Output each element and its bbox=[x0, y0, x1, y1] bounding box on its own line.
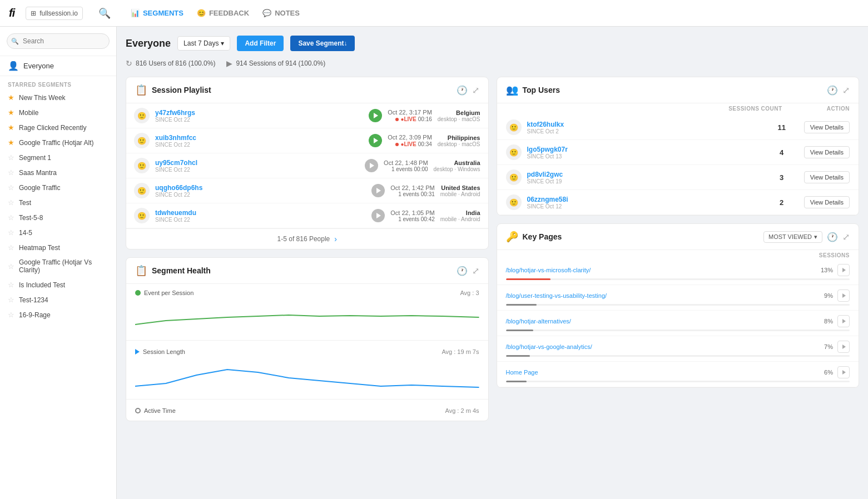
view-details-button[interactable]: View Details bbox=[804, 146, 850, 158]
star-icon: ★ bbox=[8, 93, 14, 102]
user-info: ktof26hulkx SINCE Oct 2 bbox=[527, 121, 760, 134]
play-button[interactable] bbox=[365, 159, 378, 172]
segment-health-card: 📋 Segment Health 🕐 ⤢ E bbox=[126, 257, 489, 421]
filter-everyone-label: Everyone bbox=[126, 38, 171, 49]
chevron-down-icon: ▾ bbox=[814, 233, 817, 241]
nav-links: 📊 SEGMENTS 😊 FEEDBACK 💬 NOTES bbox=[131, 9, 300, 17]
chart-label-left: Session Length bbox=[135, 348, 185, 355]
users-stat: ↻ 816 Users of 816 (100.0%) bbox=[126, 59, 215, 68]
top-users-header: 👥 Top Users 🕐 ⤢ bbox=[497, 77, 859, 103]
sidebar-item-google-hotjar[interactable]: ★ Google Traffic (Hotjar Alt) bbox=[0, 135, 116, 150]
page-row: Home Page 6% bbox=[497, 362, 859, 387]
dashboard-grid: 📋 Session Playlist 🕐 ⤢ 🙂 y47zfw6hrgs bbox=[126, 77, 859, 421]
avatar: 🙂 bbox=[506, 169, 522, 185]
feedback-icon: 😊 bbox=[197, 9, 206, 17]
page-play-button[interactable] bbox=[837, 264, 850, 276]
sidebar-item-google-clarity[interactable]: ☆ Google Traffic (Hotjar Vs Clarity) bbox=[0, 255, 116, 277]
sidebar-item-segment1[interactable]: ☆ Segment 1 bbox=[0, 150, 116, 165]
app-logo: fi bbox=[9, 7, 14, 19]
star-icon: ☆ bbox=[8, 243, 14, 252]
sidebar-item-rage-clicked[interactable]: ★ Rage Clicked Recently bbox=[0, 120, 116, 135]
card-actions: 🕐 ⤢ bbox=[457, 85, 479, 96]
session-meta: Oct 22, 3:09 PM ●LIVE 00:34 bbox=[388, 134, 431, 147]
view-details-button[interactable]: View Details bbox=[804, 121, 850, 133]
session-info: uy95cm7ohcl SINCE Oct 22 bbox=[155, 159, 359, 173]
sidebar-item-saas-mantra[interactable]: ☆ Saas Mantra bbox=[0, 165, 116, 180]
play-button[interactable] bbox=[369, 109, 382, 122]
session-meta: Oct 22, 3:17 PM ●LIVE 00:16 bbox=[388, 109, 431, 122]
filter-bar: Everyone Last 7 Days ▾ Add Filter Save S… bbox=[126, 36, 859, 51]
everyone-row[interactable]: 👤 Everyone bbox=[0, 56, 116, 76]
sidebar-item-is-included[interactable]: ☆ Is Included Test bbox=[0, 277, 116, 292]
view-details-button[interactable]: View Details bbox=[804, 196, 850, 208]
most-viewed-dropdown[interactable]: MOST VIEWED ▾ bbox=[763, 231, 822, 243]
play-button[interactable] bbox=[371, 209, 385, 222]
sidebar-item-new-this-week[interactable]: ★ New This Week bbox=[0, 90, 116, 105]
page-play-button[interactable] bbox=[837, 315, 850, 327]
star-icon: ☆ bbox=[8, 213, 14, 222]
play-button[interactable] bbox=[371, 184, 385, 197]
nav-notes[interactable]: 💬 NOTES bbox=[262, 9, 300, 17]
sidebar-item-mobile[interactable]: ★ Mobile bbox=[0, 105, 116, 120]
view-details-button[interactable]: View Details bbox=[804, 171, 850, 183]
search-input[interactable] bbox=[7, 33, 110, 49]
add-filter-button[interactable]: Add Filter bbox=[237, 36, 284, 51]
date-range-dropdown[interactable]: Last 7 Days ▾ bbox=[177, 36, 230, 51]
expand-icon[interactable]: ⤢ bbox=[472, 266, 479, 276]
session-row: 🙂 tdwheuemdu SINCE Oct 22 Oct 22, 1:05 P… bbox=[126, 203, 488, 228]
pagination-next-button[interactable]: › bbox=[334, 234, 337, 243]
star-icon: ☆ bbox=[8, 281, 14, 289]
avatar: 🙂 bbox=[506, 194, 522, 210]
session-row: 🙂 uy95cm7ohcl SINCE Oct 22 Oct 22, 1:48 … bbox=[126, 153, 488, 178]
green-dot bbox=[135, 290, 141, 296]
sidebar-item-16-9-rage[interactable]: ☆ 16-9-Rage bbox=[0, 307, 116, 322]
sessions-icon: ▶ bbox=[226, 59, 232, 68]
page-play-button[interactable] bbox=[837, 290, 850, 302]
sidebar-item-test[interactable]: ☆ Test bbox=[0, 195, 116, 210]
event-per-session-section: Event per Session Avg : 3 bbox=[126, 284, 488, 338]
session-row: 🙂 y47zfw6hrgs SINCE Oct 22 Oct 22, 3:17 … bbox=[126, 103, 488, 128]
key-pages-col-header: SESSIONS bbox=[497, 250, 859, 260]
sidebar-item-test-1234[interactable]: ☆ Test-1234 bbox=[0, 292, 116, 307]
key-pages-card: 🔑 Key Pages MOST VIEWED ▾ 🕐 ⤢ bbox=[497, 223, 860, 388]
site-label[interactable]: ⊞ fullsession.io bbox=[26, 7, 83, 20]
session-location: United States mobile · Android bbox=[440, 184, 480, 197]
sidebar-item-google-traffic[interactable]: ☆ Google Traffic bbox=[0, 180, 116, 195]
search-icon[interactable]: 🔍 bbox=[98, 7, 111, 19]
clock-icon[interactable]: 🕐 bbox=[827, 85, 838, 96]
star-icon: ☆ bbox=[8, 262, 14, 271]
session-playlist-title: 📋 Session Playlist bbox=[135, 84, 211, 96]
session-pagination: 1-5 of 816 People › bbox=[126, 228, 488, 249]
clock-icon[interactable]: 🕐 bbox=[457, 266, 468, 276]
sidebar-item-14-5[interactable]: ☆ 14-5 bbox=[0, 225, 116, 240]
expand-icon[interactable]: ⤢ bbox=[842, 232, 850, 242]
starred-section-title: STARRED SEGMENTS bbox=[0, 76, 116, 90]
session-info: tdwheuemdu SINCE Oct 22 bbox=[155, 209, 366, 223]
users-icon: ↻ bbox=[126, 59, 132, 68]
expand-icon[interactable]: ⤢ bbox=[842, 85, 850, 96]
star-icon: ☆ bbox=[8, 153, 14, 162]
star-icon: ☆ bbox=[8, 296, 14, 304]
page-row: /blog/hotjar-vs-microsoft-clarity/ 13% bbox=[497, 260, 859, 285]
page-play-button[interactable] bbox=[837, 366, 850, 378]
nav-feedback[interactable]: 😊 FEEDBACK bbox=[197, 9, 249, 17]
clock-icon[interactable]: 🕐 bbox=[457, 85, 468, 96]
sidebar-search-area bbox=[0, 27, 116, 56]
nav-segments[interactable]: 📊 SEGMENTS bbox=[131, 9, 183, 17]
sidebar-item-heatmap-test[interactable]: ☆ Heatmap Test bbox=[0, 240, 116, 255]
save-segment-button[interactable]: Save Segment↓ bbox=[290, 36, 355, 51]
user-row: 🙂 lgo5pwgk07r SINCE Oct 13 4 View Detail… bbox=[497, 140, 859, 165]
playlist-icon: 📋 bbox=[135, 84, 147, 96]
sidebar: 👤 Everyone STARRED SEGMENTS ★ New This W… bbox=[0, 27, 117, 499]
sidebar-item-test-5-8[interactable]: ☆ Test-5-8 bbox=[0, 210, 116, 225]
active-time-section: Active Time Avg : 2 m 4s bbox=[126, 402, 488, 421]
top-users-card: 👥 Top Users 🕐 ⤢ SESSIONS COUNT ACTION bbox=[497, 77, 860, 216]
avatar: 🙂 bbox=[134, 133, 150, 148]
user-row: 🙂 pd8vli2gwc SINCE Oct 19 3 View Details bbox=[497, 165, 859, 190]
chart-label-row: Active Time Avg : 2 m 4s bbox=[135, 407, 479, 414]
page-play-button[interactable] bbox=[837, 341, 850, 353]
avatar: 🙂 bbox=[506, 119, 522, 135]
play-button[interactable] bbox=[369, 134, 382, 147]
clock-icon[interactable]: 🕐 bbox=[827, 232, 838, 242]
expand-icon[interactable]: ⤢ bbox=[472, 85, 479, 96]
